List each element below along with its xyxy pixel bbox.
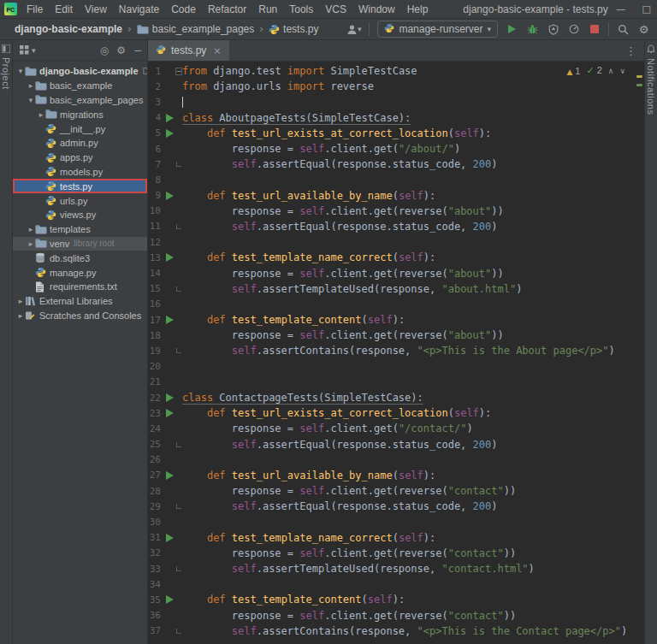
run-test-icon[interactable] — [163, 316, 175, 324]
menu-tools[interactable]: Tools — [283, 3, 319, 15]
menu-file[interactable]: File — [21, 3, 49, 15]
chevron-right-icon[interactable]: ▸ — [27, 239, 35, 248]
code-line-16[interactable]: 16 — [148, 297, 644, 312]
code-line-14[interactable]: 14 response = self.client.get(reverse("a… — [148, 265, 644, 281]
tree-item-db-sqlite3[interactable]: db.sqlite3 — [13, 251, 147, 265]
fold-end-icon[interactable] — [175, 629, 182, 634]
minimize-button[interactable]: — — [608, 0, 634, 18]
tree-item-init-py[interactable]: __init__.py — [13, 121, 147, 136]
user-account-icon[interactable]: ▾ — [346, 21, 362, 37]
menu-refactor[interactable]: Refactor — [202, 3, 252, 15]
project-stripe-button[interactable]: Project — [1, 57, 11, 90]
tree-item-basic-example[interactable]: ▸basic_example — [13, 79, 147, 93]
code-line-10[interactable]: 10 response = self.client.get(reverse("a… — [148, 204, 644, 219]
code-line-12[interactable]: 12 — [148, 234, 644, 250]
code-line-23[interactable]: 23 def test_url_exists_at_correct_locati… — [148, 405, 644, 421]
panel-settings-gear-icon[interactable]: ⚙ — [116, 44, 126, 56]
fold-start-icon[interactable]: − — [175, 68, 182, 75]
tree-item-venv[interactable]: ▸venvlibrary root — [13, 237, 147, 251]
code-line-30[interactable]: 30 — [148, 514, 644, 529]
chevron-right-icon[interactable]: ▸ — [16, 297, 25, 305]
fold-end-icon[interactable] — [175, 162, 182, 167]
breadcrumb-item[interactable]: basic_example_pages — [152, 23, 254, 35]
next-issue-icon[interactable]: ∨ — [619, 67, 625, 75]
run-test-icon[interactable] — [163, 409, 175, 417]
code-line-37[interactable]: 37 self.assertContains(response, "<p>Thi… — [148, 623, 644, 639]
chevron-right-icon[interactable]: ▸ — [37, 110, 45, 119]
code-line-22[interactable]: 22class ContactpageTests(SimpleTestCase)… — [148, 390, 644, 405]
coverage-button[interactable] — [547, 21, 559, 37]
code-line-19[interactable]: 19 self.assertContains(response, "<p>Thi… — [148, 343, 644, 358]
stop-button[interactable] — [588, 21, 601, 37]
code-line-6[interactable]: 6 response = self.client.get("/about/") — [148, 141, 644, 157]
code-line-32[interactable]: 32 response = self.client.get(reverse("c… — [148, 546, 644, 561]
code-line-8[interactable]: 8 — [148, 172, 644, 187]
code-line-35[interactable]: 35 def test_template_content(self): — [148, 592, 644, 607]
tree-item-urls-py[interactable]: urls.py — [13, 193, 147, 208]
breadcrumb-item[interactable]: django-basic-example — [15, 23, 122, 35]
fold-end-icon[interactable] — [175, 224, 182, 229]
menu-edit[interactable]: Edit — [49, 3, 79, 15]
code-line-26[interactable]: 26 — [148, 452, 644, 468]
code-line-24[interactable]: 24 response = self.client.get("/contact/… — [148, 421, 644, 436]
run-test-icon[interactable] — [163, 253, 175, 262]
code-line-21[interactable]: 21 — [148, 375, 644, 390]
breadcrumb-item[interactable]: tests.py — [283, 23, 318, 35]
fold-end-icon[interactable] — [175, 287, 182, 292]
project-view-selector-icon[interactable] — [20, 43, 29, 58]
code-line-31[interactable]: 31 def test_template_name_correct(self): — [148, 530, 644, 546]
editor-options-kebab-icon[interactable]: ⋮ — [625, 40, 644, 61]
code-line-4[interactable]: 4class AboutpageTests(SimpleTestCase): — [148, 110, 644, 126]
tree-item-tests-py[interactable]: tests.py — [13, 179, 147, 193]
chevron-right-icon[interactable]: ▸ — [16, 311, 25, 320]
tree-item-migrations[interactable]: ▸migrations — [13, 107, 147, 121]
code-line-9[interactable]: 9 def test_url_available_by_name(self): — [148, 188, 644, 204]
code-line-2[interactable]: 2from django.urls import reverse — [148, 79, 644, 94]
menu-code[interactable]: Code — [165, 3, 202, 15]
tab-tests-py[interactable]: tests.py × — [148, 40, 229, 61]
code-line-27[interactable]: 27 def test_url_available_by_name(self): — [148, 468, 644, 483]
code-line-36[interactable]: 36 response = self.client.get(reverse("c… — [148, 608, 644, 623]
menu-navigate[interactable]: Navigate — [113, 3, 165, 15]
close-tab-icon[interactable]: × — [213, 45, 221, 56]
tree-item-apps-py[interactable]: apps.py — [13, 151, 147, 165]
tree-item-basic-example-pages[interactable]: ▾basic_example_pages — [13, 93, 147, 108]
tree-item-admin-py[interactable]: admin.py — [13, 136, 147, 151]
tree-item-scratches-and-consoles[interactable]: ▸Scratches and Consoles — [13, 309, 147, 323]
code-editor[interactable]: 1−from django.test import SimpleTestCase… — [148, 62, 644, 644]
maximize-button[interactable]: □ — [634, 0, 657, 18]
code-line-20[interactable]: 20 — [148, 359, 644, 375]
tree-item-views-py[interactable]: views.py — [13, 208, 147, 222]
code-line-11[interactable]: 11 self.assertEqual(response.status_code… — [148, 219, 644, 234]
prev-issue-icon[interactable]: ∧ — [608, 67, 614, 75]
code-line-34[interactable]: 34 — [148, 576, 644, 592]
code-line-15[interactable]: 15 self.assertTemplateUsed(response, "ab… — [148, 281, 644, 297]
run-test-icon[interactable] — [163, 471, 175, 480]
code-line-17[interactable]: 17 def test_template_content(self): — [148, 312, 644, 328]
search-everywhere-button[interactable] — [617, 21, 630, 37]
menu-run[interactable]: Run — [252, 3, 283, 15]
tree-item-requirements-txt[interactable]: requirements.txt — [13, 280, 147, 294]
menu-help[interactable]: Help — [401, 3, 435, 15]
hide-panel-icon[interactable]: − — [133, 44, 142, 56]
code-line-13[interactable]: 13 def test_template_name_correct(self): — [148, 250, 644, 265]
menu-view[interactable]: View — [79, 3, 113, 15]
chevron-down-icon[interactable]: ▾ — [16, 67, 25, 75]
code-line-33[interactable]: 33 self.assertTemplateUsed(response, "co… — [148, 561, 644, 576]
run-test-icon[interactable] — [163, 129, 175, 138]
run-test-icon[interactable] — [163, 534, 175, 542]
chevron-right-icon[interactable]: ▸ — [27, 225, 35, 233]
code-line-18[interactable]: 18 response = self.client.get(reverse("a… — [148, 328, 644, 343]
code-line-28[interactable]: 28 response = self.client.get(reverse("c… — [148, 483, 644, 499]
run-test-icon[interactable] — [163, 192, 175, 200]
debug-button[interactable] — [526, 21, 539, 37]
tree-item-templates[interactable]: ▸templates — [13, 222, 147, 237]
code-line-5[interactable]: 5 def test_url_exists_at_correct_locatio… — [148, 126, 644, 141]
run-button[interactable] — [506, 21, 518, 37]
locate-file-icon[interactable]: ◎ — [100, 44, 109, 56]
code-line-7[interactable]: 7 self.assertEqual(response.status_code,… — [148, 157, 644, 172]
tree-item-external-libraries[interactable]: ▸External Libraries — [13, 294, 147, 309]
profiler-button[interactable] — [567, 21, 580, 37]
menu-vcs[interactable]: VCS — [319, 3, 352, 15]
code-line-3[interactable]: 3 — [148, 94, 644, 109]
